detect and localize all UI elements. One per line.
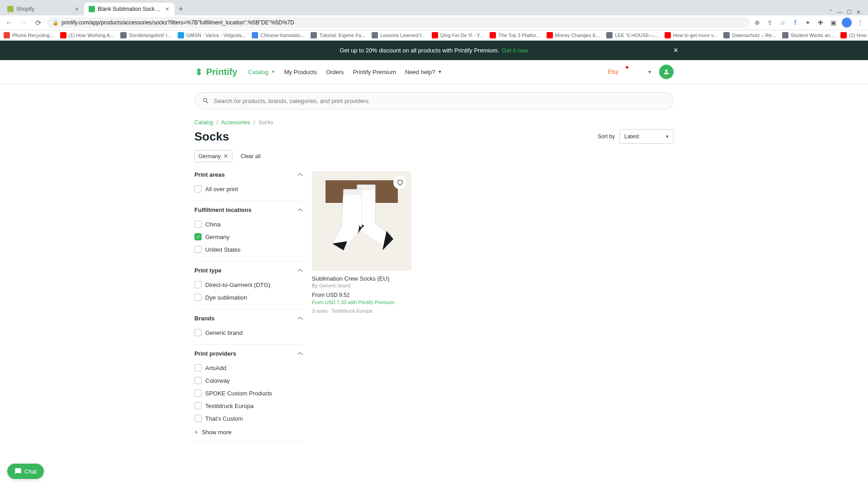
bookmark-label: Tutorial: Eigene Fa...: [319, 33, 365, 38]
profile-button[interactable]: [659, 65, 674, 79]
product-price: From USD 9.52: [312, 292, 411, 298]
close-icon[interactable]: ×: [673, 46, 678, 55]
close-icon[interactable]: ×: [165, 5, 170, 13]
filter-header[interactable]: Print areas ヘ: [194, 171, 303, 178]
bookmark-item[interactable]: Money Changes E...: [547, 32, 600, 38]
filter-option-us[interactable]: United States: [194, 243, 303, 256]
filter-option[interactable]: Direct-to-Garment (DTG): [194, 278, 303, 291]
filter-option[interactable]: ArtsAdd: [194, 361, 303, 374]
forward-button[interactable]: →: [18, 17, 29, 28]
translate-icon[interactable]: ⊕: [753, 19, 761, 27]
filter-sidebar: Print areas ヘ All over print Fulfillment…: [194, 171, 303, 441]
filter-chip-germany[interactable]: Germany ✕: [194, 150, 232, 162]
bookmark-favicon-icon: [547, 32, 553, 38]
back-button[interactable]: ←: [4, 17, 14, 28]
filter-option[interactable]: That's Custom: [194, 412, 303, 425]
bookmark-label: LEE 'S HOUSE—...: [615, 33, 658, 38]
favicon-icon: [89, 6, 95, 12]
heart-icon: [396, 179, 404, 186]
store-selector[interactable]: Etsy ▾: [604, 67, 655, 77]
bookmark-item[interactable]: (1) How Working A...: [60, 32, 114, 38]
bookmark-item[interactable]: Student Wants an...: [782, 32, 834, 38]
menu-icon[interactable]: ⋮: [856, 19, 864, 27]
bookmark-item[interactable]: LEE 'S HOUSE—...: [606, 32, 658, 38]
bookmark-item[interactable]: Lessons Learned f...: [372, 32, 425, 38]
breadcrumb-current: Socks: [258, 119, 273, 126]
nav-orders[interactable]: Orders: [326, 69, 344, 75]
promo-banner: Get up to 20% discount on all products w…: [0, 41, 868, 60]
promo-text: Get up to 20% discount on all products w…: [340, 47, 499, 54]
bookmark-item[interactable]: Datenschutz – Re...: [723, 32, 776, 38]
nav-premium[interactable]: Printify Premium: [353, 69, 396, 75]
remove-icon[interactable]: ✕: [223, 153, 228, 160]
filter-header[interactable]: Print providers ヘ: [194, 350, 303, 357]
url-bar[interactable]: 🔒 printify.com/app/products/accessories/…: [47, 17, 750, 28]
logo[interactable]: Printify: [194, 67, 237, 77]
minimize-icon[interactable]: —: [837, 9, 842, 15]
filter-option-china[interactable]: China: [194, 218, 303, 230]
product-card[interactable]: Sublimation Crew Socks (EU) By Generic b…: [312, 171, 411, 314]
close-icon[interactable]: ×: [74, 5, 80, 13]
show-more-button[interactable]: + Show more: [194, 425, 303, 436]
extension-icon[interactable]: ✦: [804, 19, 812, 27]
filter-option[interactable]: Generic brand: [194, 326, 303, 339]
cast-icon[interactable]: ▣: [829, 19, 837, 27]
bookmark-label: Chinese translatio...: [260, 33, 304, 38]
bookmark-item[interactable]: (2) How To Add A...: [840, 32, 868, 38]
filter-header[interactable]: Brands ヘ: [194, 315, 303, 322]
share-icon[interactable]: ⇪: [766, 19, 774, 27]
bookmark-item[interactable]: Sonderangebot! I...: [120, 32, 171, 38]
search-input[interactable]: [214, 98, 666, 104]
filter-option[interactable]: All over print: [194, 183, 303, 195]
nav-catalog[interactable]: Catalog▼: [248, 69, 275, 75]
reload-button[interactable]: ⟳: [33, 17, 43, 28]
filter-header[interactable]: Fulfillment locations ヘ: [194, 206, 303, 213]
profile-avatar-icon[interactable]: [842, 18, 852, 28]
bookmark-item[interactable]: How to get more v...: [665, 32, 717, 38]
close-window-icon[interactable]: ✕: [856, 9, 861, 15]
chevron-down-icon[interactable]: ˅: [830, 9, 832, 15]
clear-all-button[interactable]: Clear all: [237, 151, 264, 162]
maximize-icon[interactable]: ☐: [847, 9, 852, 15]
new-tab-button[interactable]: +: [175, 3, 187, 15]
sort-dropdown[interactable]: Latest: [619, 129, 674, 144]
promo-cta-link[interactable]: Get it now: [502, 47, 528, 54]
active-filter-chips: Germany ✕ Clear all: [194, 150, 674, 162]
logo-icon: [194, 67, 203, 76]
bookmark-item[interactable]: Chinese translatio...: [252, 32, 304, 38]
option-label: Dye sublimation: [205, 294, 247, 301]
chip-label: Germany: [198, 153, 221, 160]
filter-option[interactable]: Dye sublimation: [194, 291, 303, 304]
facebook-icon[interactable]: f: [791, 19, 799, 27]
filter-option-germany[interactable]: ✓ Germany: [194, 230, 303, 243]
chevron-up-icon: ヘ: [298, 350, 303, 357]
plus-icon: +: [194, 428, 198, 436]
breadcrumb-accessories[interactable]: Accessories: [221, 119, 250, 126]
chevron-up-icon: ヘ: [298, 267, 303, 274]
checkbox-icon: [194, 185, 202, 192]
bookmark-item[interactable]: The Top 3 Platfor...: [490, 32, 540, 38]
search-bar[interactable]: [194, 92, 674, 109]
bookmark-item[interactable]: Phone Recycling...: [4, 32, 54, 38]
nav-help[interactable]: Need help?▼: [405, 69, 442, 75]
filter-header[interactable]: Print type ヘ: [194, 267, 303, 274]
bookmark-item[interactable]: Tutorial: Eigene Fa...: [311, 32, 365, 38]
browser-tab-printify[interactable]: Blank Sublimation Socks - pri ×: [84, 3, 175, 15]
nav-my-products[interactable]: My Products: [284, 69, 317, 75]
breadcrumb-catalog[interactable]: Catalog: [194, 119, 213, 126]
tab-title: Blank Sublimation Socks - pri: [98, 6, 162, 12]
filter-option[interactable]: Textildruck Europa: [194, 399, 303, 412]
option-label: ArtsAdd: [205, 365, 226, 371]
browser-tab-shopify[interactable]: Shopify ×: [3, 3, 84, 15]
puzzle-icon[interactable]: ✚: [816, 19, 825, 27]
bookmark-item[interactable]: Qing Fei De Yi - Y...: [432, 32, 484, 38]
bookmark-favicon-icon: [432, 32, 438, 38]
favicon-icon: [7, 6, 14, 12]
product-grid: Sublimation Crew Socks (EU) By Generic b…: [312, 171, 674, 441]
filter-option[interactable]: SPOKE Custom Products: [194, 387, 303, 399]
favorite-button[interactable]: [393, 176, 407, 189]
checkbox-icon: [194, 246, 202, 253]
filter-option[interactable]: Colorway: [194, 374, 303, 387]
bookmark-item[interactable]: GMSN · Varios - Volgoda...: [178, 32, 245, 38]
star-icon[interactable]: ☆: [778, 19, 787, 27]
